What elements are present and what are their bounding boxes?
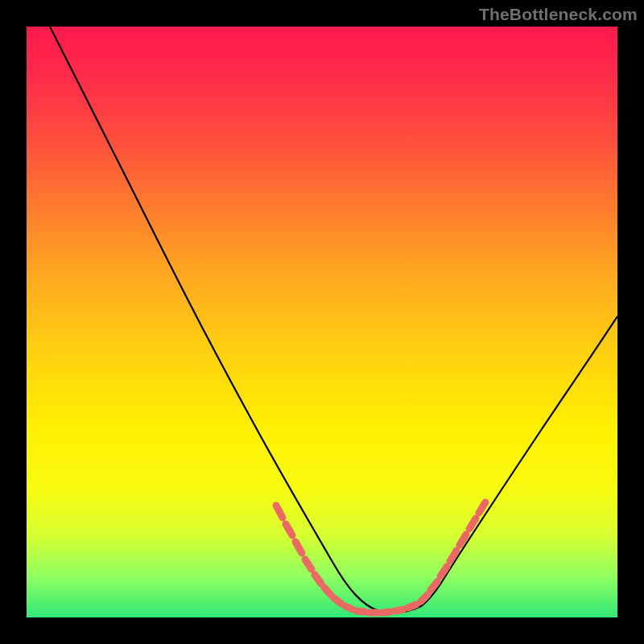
svg-line-6 — [334, 598, 341, 604]
svg-line-3 — [305, 559, 312, 569]
chart-frame: TheBottleneck.com — [0, 0, 644, 644]
svg-line-17 — [460, 535, 466, 545]
scatter-left — [276, 506, 353, 609]
svg-line-1 — [286, 524, 292, 535]
svg-line-13 — [421, 595, 427, 601]
svg-line-10 — [382, 612, 390, 613]
bottleneck-curve-path — [50, 27, 617, 613]
svg-line-7 — [345, 606, 353, 609]
watermark-text: TheBottleneck.com — [479, 5, 638, 24]
scatter-right — [421, 502, 485, 601]
svg-line-2 — [295, 542, 302, 553]
svg-line-18 — [469, 518, 476, 529]
svg-line-19 — [479, 502, 485, 513]
chart-svg — [27, 27, 617, 617]
svg-line-12 — [408, 605, 416, 608]
svg-line-11 — [395, 609, 403, 611]
chart-plot-area — [27, 27, 617, 617]
svg-line-5 — [324, 588, 331, 595]
svg-line-14 — [431, 582, 437, 590]
svg-line-8 — [357, 611, 365, 612]
svg-line-4 — [315, 575, 321, 584]
svg-line-0 — [276, 506, 283, 518]
